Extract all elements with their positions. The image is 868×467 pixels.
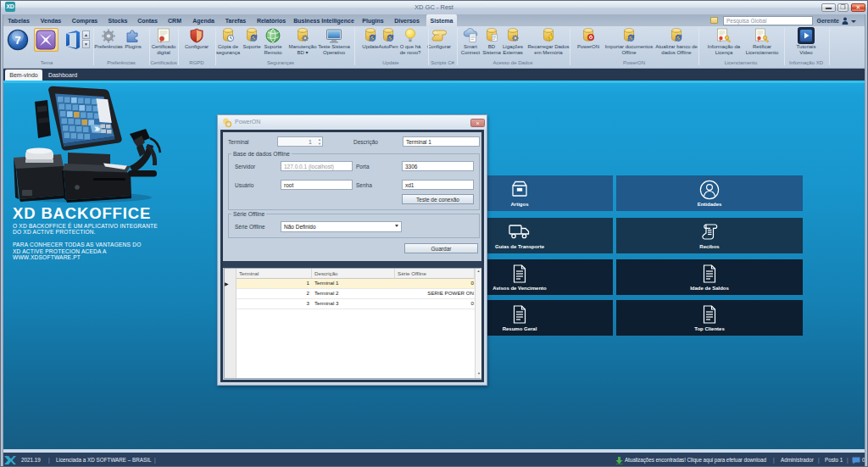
svg-text:7: 7 (14, 34, 20, 47)
